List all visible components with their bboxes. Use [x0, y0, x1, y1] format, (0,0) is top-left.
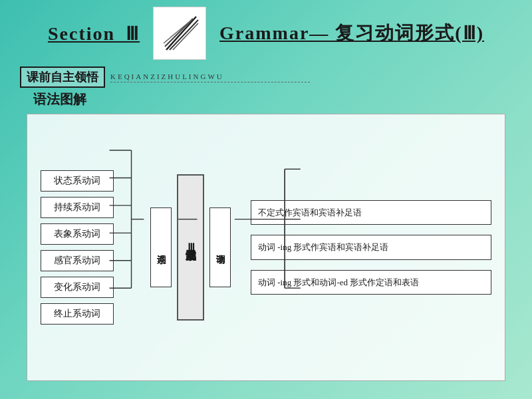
- left-boxes-col: 状态系动词 持续系动词 表象系动词 感官系动词 变化系动词 终止系动词: [41, 170, 114, 325]
- page-container: Section_Ⅲ Grammar— 复习动词形式(Ⅲ) 课前自主领悟 KEQI…: [0, 0, 532, 399]
- left-box-4: 变化系动词: [41, 277, 114, 298]
- title-left: Section_Ⅲ: [48, 23, 140, 45]
- right-box-2: 动词 -ing 形式和动词-ed 形式作定语和表语: [251, 270, 491, 295]
- left-box-2: 表象系动词: [41, 223, 114, 245]
- right-connector-col: 非谓语动词: [209, 124, 231, 370]
- left-box-5: 终止系动词: [41, 303, 114, 325]
- left-box-3: 感官系动词: [41, 250, 114, 271]
- left-box-0: 状态系动词: [41, 170, 114, 192]
- header: Section_Ⅲ Grammar— 复习动词形式(Ⅲ): [20, 7, 512, 60]
- logo-box: [153, 7, 206, 60]
- center-main-box: 复习动词形式Ⅲ: [177, 174, 204, 321]
- right-boxes-col: 不定式作宾语和宾语补足语 动词 -ing 形式作宾语和宾语补足语 动词 -ing…: [241, 200, 491, 295]
- title-right: Grammar— 复习动词形式(Ⅲ): [219, 21, 484, 46]
- section-box: 课前自主领悟: [20, 66, 105, 88]
- logo-icon: [160, 13, 200, 53]
- right-box-1: 动词 -ing 形式作宾语和宾语补足语: [251, 235, 491, 260]
- section-label-area: 课前自主领悟 KEQIANZIZHULINGWU: [20, 66, 512, 88]
- svg-line-0: [166, 17, 196, 50]
- right-box-0: 不定式作宾语和宾语补足语: [251, 200, 491, 225]
- right-connector-box: 非谓语动词: [209, 207, 231, 287]
- center-col: 复习动词形式Ⅲ: [177, 124, 204, 370]
- left-box-1: 持续系动词: [41, 197, 114, 218]
- section-subtitle: KEQIANZIZHULINGWU: [110, 72, 310, 82]
- connector-col: 连系动词: [150, 124, 172, 370]
- diagram-inner: 状态系动词 持续系动词 表象系动词 感官系动词 变化系动词 终止系动词 连系动词…: [41, 124, 491, 370]
- diagram-container: 状态系动词 持续系动词 表象系动词 感官系动词 变化系动词 终止系动词 连系动词…: [27, 114, 505, 381]
- grammar-title: 语法图解: [33, 90, 512, 108]
- connector-box: 连系动词: [150, 207, 172, 287]
